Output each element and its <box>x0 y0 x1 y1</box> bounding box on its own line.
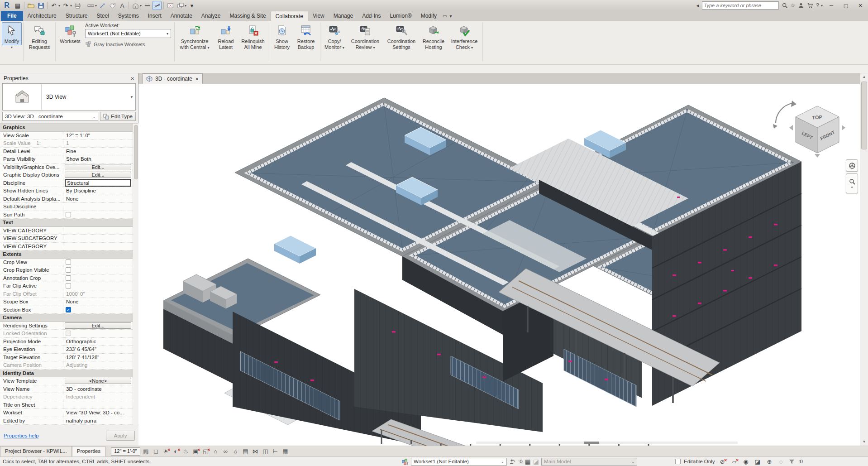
editable-only-checkbox[interactable] <box>675 459 681 464</box>
help-icon[interactable]: ? <box>816 2 819 9</box>
viewcube[interactable]: TOP LEFT FRONT <box>773 101 845 158</box>
viewbar-sun-path-icon[interactable]: ☀✕ <box>162 447 170 456</box>
property-text[interactable]: 128' 7 41/128" <box>65 355 99 360</box>
viewbar-show-rendering-dialog-icon[interactable]: ♨ <box>181 447 190 456</box>
file-menu-icon[interactable]: ▤ <box>13 1 22 10</box>
viewbar-reveal-hidden-elements-icon[interactable]: ☼ <box>231 447 240 456</box>
coordination-review-button[interactable]: Coordination Review ▾ <box>347 22 383 51</box>
property-text[interactable]: 233' 6 45/64" <box>65 346 96 352</box>
instance-selector[interactable]: 3D View: 3D - coordinate ⌄ <box>2 112 98 121</box>
property-group-header[interactable]: Camera∧ <box>0 314 138 322</box>
design-option-select[interactable]: Main Model ⌄ <box>541 458 637 466</box>
customize-qat-icon[interactable]: ▾ <box>187 1 196 10</box>
ribbon-tab-steel[interactable]: Steel <box>92 11 113 21</box>
tab-project-browser[interactable]: Project Browser - KPWIL... <box>0 446 72 457</box>
property-text[interactable]: 3D - coordinate <box>65 386 102 392</box>
property-value-selected[interactable]: Structural <box>65 179 131 187</box>
properties-help-link[interactable]: Properties help <box>4 433 38 438</box>
interference-check-button[interactable]: Interference Check ▾ <box>448 22 481 51</box>
type-selector[interactable]: 3D View ▾ <box>2 83 136 110</box>
properties-close-icon[interactable]: ✕ <box>131 76 134 81</box>
property-text[interactable]: Show Both <box>65 156 91 162</box>
thin-lines-icon[interactable] <box>153 1 162 10</box>
relinquish-all-mine-button[interactable]: Relinquish All Mine <box>238 22 267 51</box>
viewbar-shadows-icon[interactable]: ◐✕ <box>172 447 180 456</box>
viewbar-temporary-hide-isolate-icon[interactable]: ∞ <box>221 447 230 456</box>
ribbon-tab-systems[interactable]: Systems <box>114 11 143 21</box>
undo-icon-caret[interactable]: ▾ <box>58 4 60 8</box>
scroll-up-icon[interactable]: ▲ <box>860 73 868 81</box>
checkbox[interactable] <box>66 267 71 273</box>
search-input[interactable] <box>704 3 768 8</box>
sign-in-icon[interactable] <box>798 2 804 9</box>
horizontal-scrollbar[interactable] <box>476 442 738 444</box>
viewbar-detail-level-icon[interactable]: ▨ <box>142 447 150 456</box>
view-tab-3d-coordinate[interactable]: 3D - coordinate ✕ <box>142 73 203 84</box>
property-text[interactable]: Orthographic <box>65 339 96 344</box>
scroll-down-icon[interactable]: ▼ <box>860 438 868 446</box>
property-text[interactable]: Independent <box>65 394 95 399</box>
measure-icon[interactable] <box>86 1 95 10</box>
apply-button[interactable]: Apply <box>106 431 135 441</box>
gray-inactive-worksets-button[interactable]: Gray Inactive Worksets <box>85 41 171 48</box>
zoom-caret-icon[interactable]: ▾ <box>851 186 853 189</box>
progress-icon[interactable]: ◌ <box>777 457 785 466</box>
reconcile-hosting-button[interactable]: Reconcile Hosting <box>420 22 448 51</box>
section-icon[interactable] <box>143 1 152 10</box>
checkbox[interactable] <box>66 283 71 288</box>
drawing-area[interactable]: TOP LEFT FRONT <box>138 84 868 446</box>
collapse-infocenter-icon[interactable]: ◂ <box>696 2 699 9</box>
close-hidden-windows-icon[interactable] <box>166 1 175 10</box>
view-scale-button[interactable]: 12" = 1'-0" <box>111 447 140 456</box>
redo-icon-caret[interactable]: ▾ <box>70 4 72 8</box>
property-text[interactable]: Fine <box>65 149 76 154</box>
property-group-header[interactable]: Identity Data∧ <box>0 370 138 378</box>
vertical-scrollbar[interactable]: ▲ ▼ <box>860 73 868 446</box>
viewbar-crop-view-icon[interactable]: ▣✕ <box>191 447 200 456</box>
property-text[interactable]: 1000' 0" <box>65 291 85 297</box>
viewbar-highlight-displacement-sets-icon[interactable]: ◫ <box>261 447 270 456</box>
design-options-icon[interactable]: ▦ <box>525 458 531 465</box>
synchronize-with-central-button[interactable]: Synchronize with Central ▾ <box>176 22 213 51</box>
status-workset-select[interactable]: Workset1 (Not Editable) ⌄ <box>411 458 507 466</box>
checkbox[interactable] <box>66 259 71 265</box>
active-workset-select[interactable]: Workset1 (Not Editable) ▾ <box>85 29 171 38</box>
ribbon-tab-structure[interactable]: Structure <box>61 11 92 21</box>
type-selector-caret-icon[interactable]: ▾ <box>128 95 135 99</box>
underlay-selectable-icon[interactable]: ▱✕ <box>730 457 738 466</box>
property-text[interactable]: nathaly parra <box>65 418 96 423</box>
property-text[interactable]: 12" = 1'-0" <box>65 133 90 138</box>
switch-windows-icon[interactable] <box>176 1 185 10</box>
ribbon-tab-insert[interactable]: Insert <box>143 11 166 21</box>
redo-icon[interactable]: ↷ <box>61 1 70 10</box>
coordination-settings-button[interactable]: Coordination Settings <box>383 22 420 51</box>
ribbon-tab-architecture[interactable]: Architecture <box>23 11 61 21</box>
ribbon-state-caret-icon[interactable]: ▾ <box>448 12 453 21</box>
select-by-face-icon[interactable]: ◪ <box>753 457 762 466</box>
favorites-star-icon[interactable]: ☆ <box>791 2 796 9</box>
property-group-header[interactable]: Extents∧ <box>0 250 138 259</box>
drag-on-selection-icon[interactable]: ⊕ <box>765 457 773 466</box>
tab-properties[interactable]: Properties <box>72 446 105 457</box>
view-tab-close-icon[interactable]: ✕ <box>195 77 199 82</box>
property-group-header[interactable]: Graphics∧ <box>0 124 138 132</box>
links-selectable-icon[interactable]: ⊘✕ <box>718 457 726 466</box>
property-text[interactable]: 1 <box>65 140 69 146</box>
text-icon[interactable]: A <box>118 1 127 10</box>
save-icon[interactable] <box>36 1 45 10</box>
viewbar-show-analytical-model-icon[interactable]: ⋈ <box>251 447 260 456</box>
viewbar-worksharing-display-icon[interactable]: ▦ <box>281 447 290 456</box>
aligned-dimension-icon[interactable] <box>98 1 107 10</box>
default-3d-view-icon-caret[interactable]: ▾ <box>140 4 142 8</box>
open-icon[interactable] <box>26 1 35 10</box>
properties-scrollbar[interactable] <box>133 124 138 425</box>
maximize-button[interactable]: ▢ <box>840 1 852 10</box>
viewbar-unlocked-3d-view-icon[interactable]: ⌂ <box>211 447 220 456</box>
revit-logo[interactable]: R <box>2 1 12 10</box>
help-caret-icon[interactable]: ▾ <box>821 4 823 8</box>
ribbon-tab-file[interactable]: File <box>1 11 23 21</box>
viewbar-visual-style-icon[interactable]: ◻ <box>152 447 160 456</box>
switch-windows-icon-caret[interactable]: ▾ <box>185 4 186 8</box>
property-text[interactable]: View "3D View: 3D - co... <box>65 410 124 415</box>
edit-type-button[interactable]: Edit Type <box>100 112 136 121</box>
